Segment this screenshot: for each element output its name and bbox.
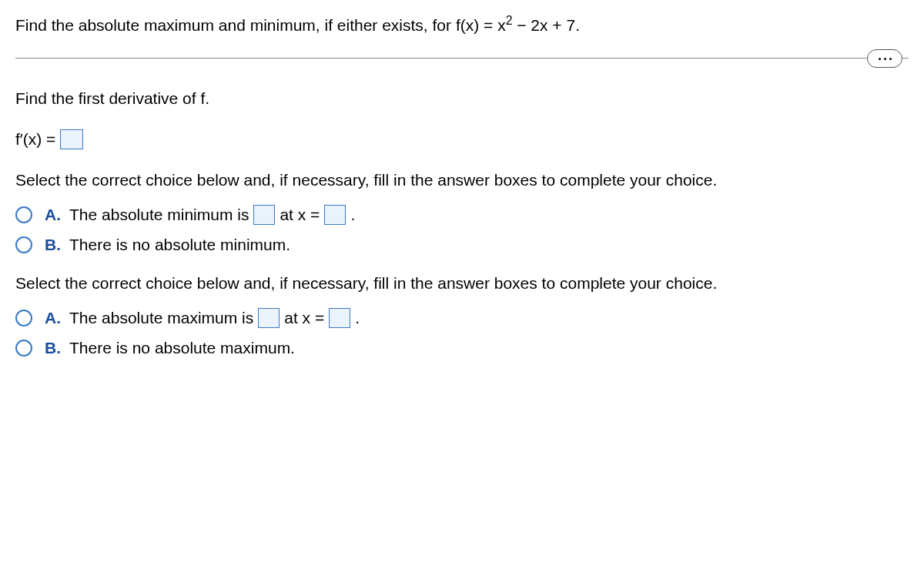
- ellipsis-icon: [884, 58, 886, 60]
- max-a-part1: The absolute maximum is: [69, 309, 253, 327]
- question-suffix: − 2x + 7.: [512, 16, 580, 34]
- min-x-input[interactable]: [324, 205, 346, 225]
- choice-min-a: A. The absolute minimum is at x = .: [15, 205, 909, 225]
- min-value-input[interactable]: [253, 205, 275, 225]
- max-value-input[interactable]: [258, 308, 280, 328]
- choice-max-b: B. There is no absolute maximum.: [15, 339, 909, 357]
- min-a-part1: The absolute minimum is: [69, 206, 249, 224]
- derivative-instruction: Find the first derivative of f.: [15, 89, 909, 108]
- choice-label-b: B.: [45, 339, 62, 357]
- select-instruction-min: Select the correct choice below and, if …: [15, 171, 909, 189]
- radio-max-b[interactable]: [15, 340, 32, 357]
- radio-max-a[interactable]: [15, 310, 32, 327]
- select-instruction-max: Select the correct choice below and, if …: [15, 274, 909, 293]
- derivative-input[interactable]: [60, 129, 83, 149]
- maximum-choice-group: A. The absolute maximum is at x = . B. T…: [15, 308, 909, 357]
- radio-min-a[interactable]: [15, 206, 32, 223]
- max-x-input[interactable]: [329, 308, 350, 328]
- choice-min-a-text: The absolute minimum is at x = .: [69, 205, 355, 225]
- choice-label-a: A.: [45, 309, 62, 327]
- choice-max-a: A. The absolute maximum is at x = .: [15, 308, 909, 328]
- choice-label-a: A.: [45, 206, 62, 224]
- max-a-part2: at x =: [284, 309, 324, 327]
- min-a-part3: .: [350, 206, 355, 224]
- max-b-text: There is no absolute maximum.: [69, 339, 295, 357]
- derivative-label: f′(x) =: [15, 130, 55, 149]
- minimum-choice-group: A. The absolute minimum is at x = . B. T…: [15, 205, 909, 254]
- derivative-row: f′(x) =: [15, 129, 909, 149]
- ellipsis-icon: [889, 58, 892, 60]
- choice-max-a-text: The absolute maximum is at x = .: [69, 308, 360, 328]
- choice-label-b: B.: [45, 236, 62, 254]
- radio-min-b[interactable]: [15, 236, 32, 253]
- question-text: Find the absolute maximum and minimum, i…: [15, 14, 909, 36]
- choice-min-b: B. There is no absolute minimum.: [15, 236, 909, 254]
- divider-row: [15, 58, 909, 59]
- max-a-part3: .: [355, 309, 360, 327]
- more-options-button[interactable]: [867, 49, 902, 68]
- min-a-part2: at x =: [280, 206, 320, 224]
- min-b-text: There is no absolute minimum.: [69, 236, 290, 254]
- question-prefix: Find the absolute maximum and minimum, i…: [15, 16, 506, 34]
- divider-line: [15, 58, 909, 59]
- ellipsis-icon: [879, 58, 881, 60]
